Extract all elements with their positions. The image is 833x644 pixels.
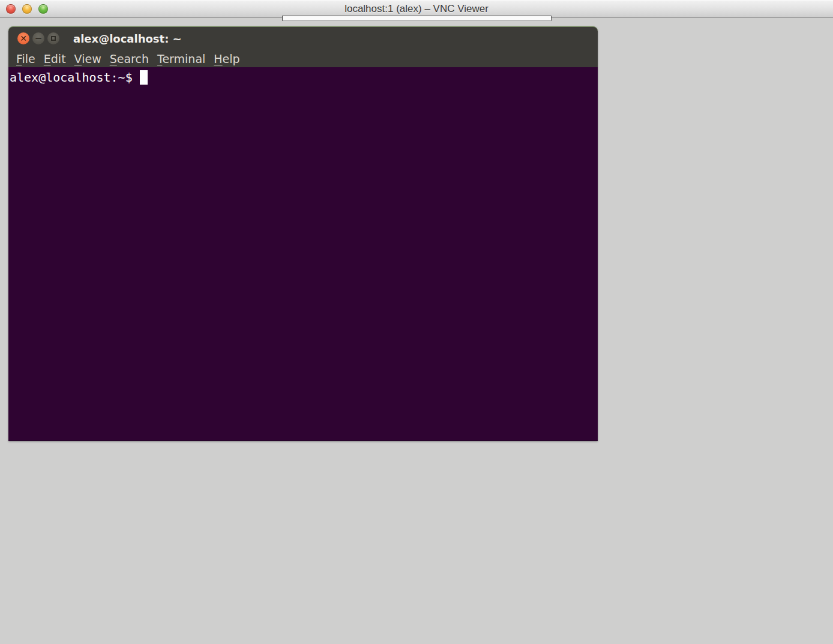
vnc-remote-desktop[interactable]: ✕ − alex@localhost: ~ File Edit View	[0, 19, 833, 644]
menu-help[interactable]: Help	[209, 52, 244, 65]
terminal-menubar: File Edit View Search Terminal Help	[8, 50, 598, 68]
terminal-title: alex@localhost: ~	[73, 32, 182, 45]
menu-search[interactable]: Search	[106, 52, 153, 65]
terminal-close-button[interactable]: ✕	[17, 32, 29, 44]
terminal-maximize-button[interactable]	[47, 32, 59, 44]
menu-file[interactable]: File	[12, 52, 40, 65]
maximize-icon	[51, 36, 56, 41]
vnc-toolbar-handle[interactable]	[282, 16, 552, 21]
terminal-minimize-button[interactable]: −	[32, 32, 44, 44]
close-icon: ✕	[20, 34, 27, 43]
terminal-header: ✕ − alex@localhost: ~ File Edit View	[8, 26, 598, 67]
terminal-prompt-line: alex@localhost:~$	[10, 70, 597, 85]
menu-edit[interactable]: Edit	[40, 52, 70, 65]
terminal-window: ✕ − alex@localhost: ~ File Edit View	[8, 26, 598, 441]
terminal-prompt: alex@localhost:~$	[10, 70, 133, 85]
terminal-cursor	[140, 70, 148, 85]
menu-view[interactable]: View	[70, 52, 106, 65]
menu-terminal[interactable]: Terminal	[153, 52, 209, 65]
terminal-output-area[interactable]: alex@localhost:~$	[8, 67, 598, 441]
minimize-icon: −	[35, 33, 43, 44]
terminal-titlebar[interactable]: ✕ − alex@localhost: ~	[8, 27, 598, 50]
